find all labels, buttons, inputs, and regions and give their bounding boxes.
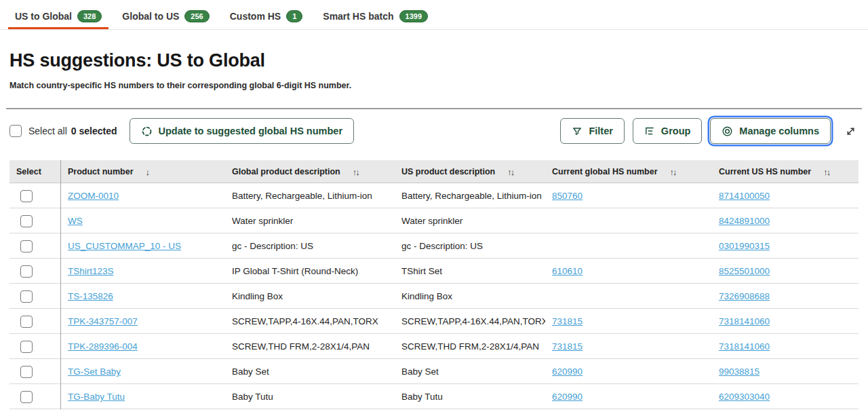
group-button[interactable]: Group (633, 118, 703, 144)
row-select-cell (9, 334, 61, 359)
product-number-link[interactable]: TG-Set Baby (68, 366, 121, 377)
table-toolbar: Select all 0 selected Update to suggeste… (9, 118, 859, 144)
us-hs-link[interactable]: 0301990315 (719, 241, 770, 251)
table-row: TG-Set BabyBaby SetBaby Set6209909903881… (9, 359, 859, 384)
tab-count-badge: 1 (286, 10, 302, 22)
table-body: ZOOM-0010Battery, Rechargeable, Lithium-… (9, 183, 859, 409)
select-all-checkbox[interactable] (9, 125, 22, 137)
global-hs-link[interactable]: 620990 (552, 366, 583, 377)
column-label: US product description (401, 167, 495, 176)
row-select-cell (9, 259, 61, 284)
us-hs-link[interactable]: 7318141060 (719, 341, 770, 352)
tab-bar-divider (0, 29, 868, 30)
current-us-hs-cell: 8424891000 (712, 208, 859, 233)
us-description-cell: gc - Description: US (395, 233, 545, 259)
row-checkbox[interactable] (20, 215, 33, 227)
us-description-cell: Battery, Rechargeable, Lithium-ion (395, 183, 545, 208)
table-row: TPK-289396-004SCREW,THD FRM,2-28X1/4,PAN… (9, 334, 859, 359)
us-hs-link[interactable]: 7318141060 (719, 316, 770, 326)
row-select-cell (9, 233, 61, 259)
column-label: Current global HS number (552, 167, 658, 176)
us-hs-link[interactable]: 8424891000 (719, 216, 770, 226)
global-description-cell: IP Global T-Shirt (Round-Neck) (225, 259, 395, 284)
view-columns-icon (722, 126, 733, 137)
product-number-link[interactable]: WS (68, 216, 83, 226)
current-global-hs-cell: 850760 (545, 183, 712, 208)
column-header-select: Select (9, 160, 61, 183)
us-hs-link[interactable]: 99038815 (719, 366, 760, 377)
column-header-current-global-hs-number[interactable]: Current global HS number↑↓ (545, 160, 712, 183)
page-subtitle: Match country-specific HS numbers to the… (9, 81, 859, 90)
product-number-link[interactable]: TS-135826 (68, 291, 113, 301)
column-header-product-number[interactable]: Product number↓ (61, 160, 225, 183)
tab-global-to-us[interactable]: Global to US 256 (115, 8, 216, 30)
us-hs-link[interactable]: 6209303040 (719, 392, 770, 402)
us-hs-link[interactable]: 8714100050 (719, 191, 770, 201)
global-hs-link[interactable]: 620990 (552, 392, 583, 402)
manage-columns-button-label: Manage columns (739, 126, 819, 136)
global-hs-link[interactable]: 850760 (552, 191, 583, 201)
row-checkbox[interactable] (20, 366, 33, 378)
product-number-link[interactable]: US_CUSTOMMAP_10 - US (68, 241, 181, 251)
row-select-cell (9, 284, 61, 309)
tab-us-to-global[interactable]: US to Global 328 (8, 8, 108, 30)
sort-desc-icon[interactable]: ↓ (146, 167, 149, 177)
current-global-hs-cell (545, 208, 712, 233)
table-row: US_CUSTOMMAP_10 - USgc - Description: US… (9, 233, 859, 259)
row-checkbox[interactable] (20, 316, 33, 328)
sort-toggle-icon[interactable]: ↑↓ (507, 167, 513, 177)
tab-smart-hs-batch[interactable]: Smart HS batch 1399 (316, 8, 435, 30)
product-number-cell: TPK-343757-007 (61, 309, 225, 334)
current-us-hs-cell: 7318141060 (712, 334, 859, 359)
product-number-link[interactable]: TG-Baby Tutu (68, 392, 125, 402)
table-row: WSWater sprinklerWater sprinkler84248910… (9, 208, 859, 233)
column-header-current-us-hs-number[interactable]: Current US HS number↑↓ (712, 160, 859, 183)
tab-custom-hs[interactable]: Custom HS 1 (223, 8, 310, 30)
column-header-us-product-description[interactable]: US product description↑↓ (395, 160, 545, 183)
global-hs-link[interactable]: 731815 (552, 316, 583, 326)
global-description-cell: SCREW,THD FRM,2-28X1/4,PAN (225, 334, 395, 359)
product-number-link[interactable]: TShirt123S (68, 266, 114, 276)
filter-button[interactable]: Filter (560, 118, 624, 144)
global-description-cell: Kindling Box (225, 284, 395, 309)
us-hs-link[interactable]: 8525501000 (719, 266, 770, 276)
current-us-hs-cell: 7326908688 (712, 284, 859, 309)
row-select-cell (9, 309, 61, 334)
row-checkbox[interactable] (20, 341, 33, 353)
sort-toggle-icon[interactable]: ↑↓ (670, 167, 676, 177)
global-description-cell: SCREW,TAPP,4-16X.44,PAN,TORX (225, 309, 395, 334)
update-to-suggested-button[interactable]: Update to suggested global HS number (130, 118, 355, 144)
row-select-cell (9, 384, 61, 409)
row-checkbox[interactable] (20, 240, 33, 252)
product-number-link[interactable]: TPK-343757-007 (68, 316, 138, 326)
tab-count-badge: 1399 (399, 10, 428, 22)
global-description-cell: Water sprinkler (225, 208, 395, 233)
product-number-link[interactable]: TPK-289396-004 (68, 341, 138, 352)
row-checkbox[interactable] (20, 290, 33, 303)
section-divider (6, 108, 862, 109)
column-header-global-product-description[interactable]: Global product description↑↓ (225, 160, 395, 183)
tree-list-icon (644, 126, 655, 136)
tab-label: US to Global (15, 11, 72, 22)
manage-columns-button[interactable]: Manage columns (710, 118, 831, 144)
tab-label: Global to US (122, 11, 179, 22)
product-number-link[interactable]: ZOOM-0010 (68, 191, 119, 201)
filter-button-label: Filter (589, 126, 612, 136)
sort-toggle-icon[interactable]: ↑↓ (353, 167, 359, 177)
row-checkbox[interactable] (20, 265, 33, 278)
global-hs-link[interactable]: 731815 (552, 341, 583, 352)
expand-diagonal-icon (844, 125, 857, 138)
table-row: TPK-343757-007SCREW,TAPP,4-16X.44,PAN,TO… (9, 309, 859, 334)
us-description-cell: Baby Tutu (395, 384, 545, 409)
us-description-cell: Kindling Box (395, 284, 545, 309)
current-us-hs-cell: 0301990315 (712, 233, 859, 259)
us-hs-link[interactable]: 7326908688 (719, 291, 770, 301)
table-row: ZOOM-0010Battery, Rechargeable, Lithium-… (9, 183, 859, 208)
table-row: TG-Baby TutuBaby TutuBaby Tutu6209906209… (9, 384, 859, 409)
row-checkbox[interactable] (20, 391, 33, 403)
global-hs-link[interactable]: 610610 (552, 266, 583, 276)
row-checkbox[interactable] (20, 190, 33, 202)
expand-table-button[interactable] (843, 124, 859, 139)
global-description-cell: Battery, Rechargeable, Lithium-ion (225, 183, 395, 208)
sort-toggle-icon[interactable]: ↑↓ (823, 167, 829, 177)
